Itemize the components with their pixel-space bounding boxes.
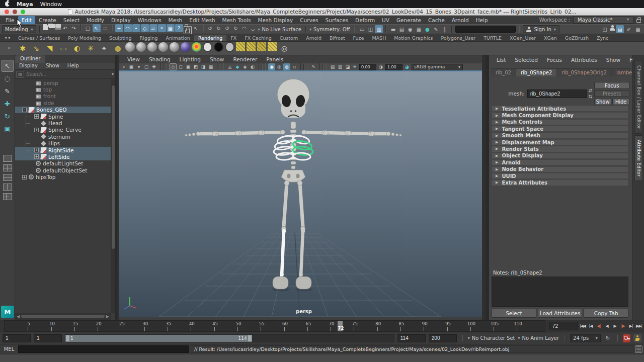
menu-item[interactable]: Arnold	[448, 16, 472, 24]
outliner-menu-item[interactable]: Display	[15, 63, 42, 69]
viewport-menu-item[interactable]: Panels	[262, 56, 288, 62]
shelf-button[interactable]	[158, 42, 168, 52]
chevron-down-icon[interactable]: ▾	[112, 72, 114, 76]
panel-toggle-icon[interactable]: ▤	[616, 25, 624, 33]
menu-item[interactable]: Display	[108, 16, 134, 24]
search-filter-icon[interactable]: ▤	[16, 71, 24, 78]
tool-button[interactable]: ✎	[2, 85, 14, 97]
shelf-button[interactable]	[225, 42, 234, 52]
gamma-icon[interactable]: ◑	[377, 63, 384, 70]
ae-footer-button[interactable]: Copy Tab	[584, 309, 628, 318]
attribute-section-header[interactable]: ▶ Object Display	[492, 153, 628, 159]
anim-layer-dropdown[interactable]: ▾ No Anim Layer	[518, 335, 559, 341]
viewport-menu-item[interactable]: Renderer	[228, 56, 262, 62]
tool-button[interactable]: ↻	[2, 110, 14, 122]
viewport-toolbar-icon[interactable]	[160, 63, 167, 70]
outliner-item[interactable]: + Spine_Curve	[15, 127, 111, 133]
colorspace-dropdown[interactable]: sRGB gamma▾	[412, 64, 463, 70]
shelf-button[interactable]	[247, 42, 256, 51]
playback-button[interactable]: |◀	[587, 321, 595, 331]
menu-item[interactable]: Mesh Display	[254, 16, 296, 24]
outliner-hscrollbar[interactable]: ◀▶	[15, 313, 111, 320]
status-icon[interactable]: ▱	[149, 24, 157, 32]
menu-item[interactable]: Surfaces	[322, 16, 352, 24]
render-icon[interactable]: ▤	[397, 25, 406, 33]
ae-menu-item[interactable]: Attributes	[567, 57, 602, 63]
menu-item[interactable]: Mesh	[165, 16, 186, 24]
menu-item[interactable]: Curves	[296, 16, 321, 24]
status-icon[interactable]: ⌖	[158, 24, 166, 32]
status-icon[interactable]: +	[115, 24, 123, 32]
playback-button[interactable]: ◀	[603, 321, 611, 331]
status-icon[interactable]: ↻	[232, 24, 240, 32]
focus-button[interactable]: Focus	[594, 82, 629, 89]
viewport-menu-item[interactable]: Shading	[144, 56, 175, 62]
close-window-icon[interactable]	[5, 10, 9, 14]
expand-toggle-icon[interactable]: +	[34, 128, 39, 132]
panel-toggle-icon[interactable]: ◰	[601, 25, 609, 33]
menu-item[interactable]: Modify	[83, 16, 108, 24]
viewport-canvas[interactable]: persp	[119, 71, 482, 317]
render-icon[interactable]: ●	[423, 25, 431, 33]
attribute-section-header[interactable]: ▶ Render Stats	[492, 146, 628, 152]
macos-window-menu[interactable]: Window	[40, 1, 62, 8]
menu-item[interactable]: Edit Mesh	[186, 16, 218, 24]
viewport-toolbar-icon[interactable]: ◆	[234, 63, 241, 70]
viewport-menu-item[interactable]: View	[123, 56, 144, 62]
outliner-item[interactable]: Hips	[15, 140, 111, 147]
notes-textarea[interactable]	[492, 277, 628, 307]
viewport-toolbar-icon[interactable]: ▾	[135, 63, 142, 70]
shelf-tab[interactable]: XGen	[540, 35, 561, 41]
menu-item[interactable]: Windows	[134, 16, 165, 24]
status-icon[interactable]: ↷	[70, 24, 78, 32]
playback-button[interactable]: ▶	[611, 321, 619, 331]
status-icon[interactable]: ◠	[124, 24, 132, 32]
range-slider-track[interactable]: 1114	[65, 334, 394, 342]
viewport-toolbar-icon[interactable]	[300, 63, 307, 70]
outliner-item[interactable]: defaultObjectSet	[15, 167, 111, 173]
sign-in-button[interactable]: Sign In ▾	[523, 25, 559, 33]
outliner-item[interactable]: + RightSide	[15, 147, 111, 153]
macos-app-menu[interactable]: Maya	[17, 1, 33, 8]
layout-button[interactable]	[3, 184, 12, 191]
shelf-button[interactable]	[181, 42, 190, 52]
shelf-tab[interactable]: GoZBrush	[561, 35, 593, 41]
panel-toggle-icon[interactable]: ✐	[625, 25, 633, 33]
viewport-toolbar-icon[interactable]: ▥	[337, 63, 344, 70]
render-icon[interactable]: ▬	[389, 25, 397, 33]
attribute-section-header[interactable]: ▶ Displacement Map	[492, 139, 628, 145]
gamma-field[interactable]	[385, 64, 403, 70]
playhead[interactable]: 72	[338, 321, 343, 331]
shelf-button[interactable]: ⌖	[98, 42, 110, 54]
shelf-button[interactable]: ▭	[57, 42, 69, 54]
outliner-search-input[interactable]	[25, 71, 111, 77]
viewport-toolbar-icon[interactable]: ◻	[177, 63, 184, 70]
viewport-toolbar-icon[interactable]: ▫	[291, 63, 298, 70]
menu-item[interactable]: Edit	[18, 16, 35, 24]
outliner-item[interactable]: + hipsTop	[15, 173, 111, 180]
attribute-section-header[interactable]: ▶ Mesh Controls	[492, 119, 628, 125]
tool-button[interactable]: ✚	[2, 98, 14, 110]
ae-node-tab[interactable]: rib_0Shape2	[516, 69, 556, 76]
shelf-tab[interactable]: Rigging	[135, 35, 162, 41]
playback-button[interactable]: ▶▶|	[635, 321, 643, 331]
viewport-toolbar-icon[interactable]: ▤	[329, 63, 336, 70]
viewport-toolbar-icon[interactable]	[259, 63, 266, 70]
shelf-tab[interactable]: Zync	[593, 35, 612, 41]
shelf-button[interactable]	[203, 42, 212, 52]
status-icon[interactable]	[112, 24, 113, 31]
tool-button[interactable]: ▣	[2, 123, 14, 135]
shelf-button[interactable]: ✳	[85, 42, 97, 54]
workspace-dropdown[interactable]: Maya Classic*▾	[573, 16, 633, 24]
sidebar-vertical-tab[interactable]: Channel Box / Layer Editor	[634, 61, 643, 134]
shelf-tab[interactable]: XGen_User	[506, 35, 540, 41]
attribute-section-header[interactable]: ▶ Node Behavior	[492, 166, 628, 172]
current-frame-field[interactable]	[549, 322, 578, 330]
status-icon[interactable]	[203, 24, 204, 31]
shelf-tab[interactable]: Sculpting	[105, 35, 135, 41]
outliner-item[interactable]: + Spine	[15, 113, 111, 120]
playback-start-field[interactable]	[34, 334, 62, 342]
viewport-menu-item[interactable]: Show	[205, 56, 228, 62]
shelf-tab[interactable]: TURTLE	[479, 35, 506, 41]
presets-button[interactable]: Presets	[594, 90, 629, 97]
